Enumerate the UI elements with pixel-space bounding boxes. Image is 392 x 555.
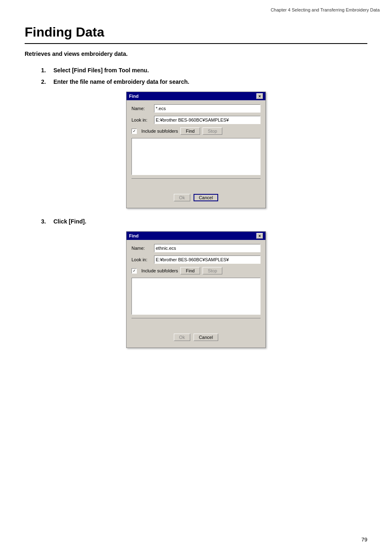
step-3-number: 3. [41,218,53,225]
dialog1-controls-row: ✓ Include subfolders Find Stop [131,127,261,135]
step-3-text: Click [Find]. [53,218,86,225]
dialog1-lookin-row: Look in: [131,116,261,124]
dialog2-close-button[interactable]: × [256,233,263,239]
dialog2-body: Name: Look in: ✓ Include subfolders Find… [127,240,265,348]
dialog2-lookin-label: Look in: [131,257,154,262]
dialog1-close-button[interactable]: × [256,93,263,99]
dialog1-stop-button[interactable]: Stop [203,127,223,135]
dialog2-stop-button[interactable]: Stop [203,267,223,274]
dialog2-titlebar: Find × [127,232,265,240]
page-subtitle: Retrieves and views embroidery data. [25,51,367,57]
dialog1-results-box [131,138,261,175]
step-2-text: Enter the file name of embroidery data f… [53,78,189,85]
title-divider [25,43,367,44]
dialog1-name-row: Name: [131,104,261,113]
dialog1-cancel-button[interactable]: Cancel [194,194,218,201]
dialog2-checkbox[interactable]: ✓ [131,268,137,274]
find-dialog-1: Find × Name: Look in: ✓ Include subfolde… [126,92,266,208]
step-2: 2. Enter the file name of embroidery dat… [25,78,367,85]
page-title: Finding Data [25,25,367,40]
step-3: 3. Click [Find]. [25,218,367,225]
dialog1-name-label: Name: [131,106,154,111]
dialog2-name-row: Name: [131,244,261,252]
dialog1-lookin-label: Look in: [131,117,154,122]
step-1: 1. Select [Find Files] from Tool menu. [25,67,367,74]
dialog2-button-row: Ok Cancel [131,330,261,343]
step-2-number: 2. [41,78,53,85]
dialog2-lookin-row: Look in: [131,256,261,264]
dialog2-checkbox-label: Include subfolders [141,268,178,273]
step-1-text: Select [Find Files] from Tool menu. [53,67,149,74]
dialog1-container: Find × Name: Look in: ✓ Include subfolde… [25,92,367,208]
dialog1-titlebar: Find × [127,92,265,100]
dialog1-button-row: Ok Cancel [131,191,261,204]
step-1-number: 1. [41,67,53,74]
dialog2-lookin-input[interactable] [154,256,261,264]
find-dialog-2: Find × Name: Look in: ✓ Include subfolde… [126,231,266,348]
dialog1-lookin-input[interactable] [154,116,261,124]
dialog2-results-area [131,318,261,330]
dialog2-name-input[interactable] [154,244,261,252]
dialog2-find-button[interactable]: Find [180,267,200,274]
page-number: 79 [362,537,367,543]
dialog2-cancel-button[interactable]: Cancel [194,334,218,341]
dialog1-checkbox-label: Include subfolders [141,129,178,134]
dialog2-results-box [131,278,261,315]
dialog1-body: Name: Look in: ✓ Include subfolders Find… [127,100,265,208]
chapter-header: Chapter 4 Selecting and Transferring Emb… [271,7,380,12]
dialog1-title: Find [129,94,138,99]
dialog1-checkbox[interactable]: ✓ [131,129,137,134]
dialog2-container: Find × Name: Look in: ✓ Include subfolde… [25,231,367,348]
dialog1-results-area [131,178,261,191]
dialog2-controls-row: ✓ Include subfolders Find Stop [131,267,261,274]
dialog2-title: Find [129,233,138,238]
dialog1-name-input[interactable] [154,104,261,113]
dialog2-ok-button[interactable]: Ok [174,334,190,341]
dialog2-name-label: Name: [131,246,154,251]
dialog1-ok-button[interactable]: Ok [174,194,190,201]
dialog1-find-button[interactable]: Find [180,127,200,135]
